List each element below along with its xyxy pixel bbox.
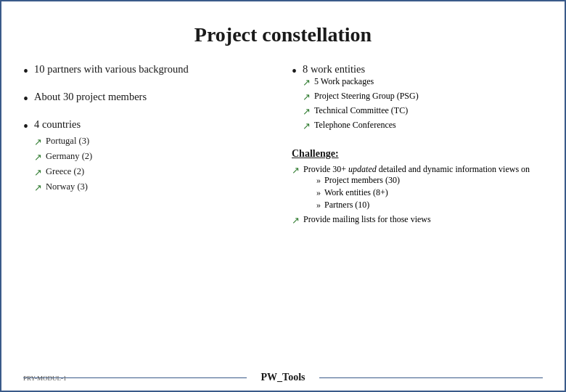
challenge-item-2-text: Provide mailing lists for those views: [303, 214, 431, 225]
arrow-icon: ↗: [34, 136, 42, 149]
footer-line-right: [319, 377, 543, 378]
content-area: • 10 partners with various background • …: [23, 62, 543, 229]
challenge-sub-text: Work entities (8+): [324, 187, 388, 198]
challenge-sub-list: » Project members (30) » Work entities (…: [316, 175, 530, 211]
list-item: ↗ Greece (2): [34, 166, 92, 179]
work-entity-item: Technical Committee (TC): [314, 105, 408, 116]
work-entity-item: Telephone Conferences: [314, 120, 396, 131]
right-bullet-1: • 8 work entities ↗ 5 Work packages ↗ Pr…: [292, 62, 543, 139]
list-item: ↗ Germany (2): [34, 151, 92, 164]
footer-text: PW_Tools: [261, 372, 305, 383]
arrow-icon: ↗: [34, 181, 42, 195]
challenge-item-1: ↗ Provide 30+ updated detailed and dynam…: [292, 164, 543, 212]
list-item: ↗ Portugal (3): [34, 136, 92, 149]
footer: PW_Tools: [1, 372, 565, 383]
work-entity-item: 5 Work packages: [314, 76, 374, 87]
right-bullet-1-content: 8 work entities ↗ 5 Work packages ↗ Proj…: [303, 62, 419, 139]
bullet-dot-1: •: [23, 62, 28, 80]
slide-title: Project constellation: [23, 23, 543, 46]
country-item: Norway (3): [46, 181, 88, 192]
challenge-sub-text: Partners (10): [324, 200, 369, 211]
country-item: Greece (2): [46, 166, 84, 177]
right-column: • 8 work entities ↗ 5 Work packages ↗ Pr…: [292, 62, 543, 229]
work-entities-list: ↗ 5 Work packages ↗ Project Steering Gro…: [303, 76, 419, 134]
left-bullet-2: • About 30 project members: [23, 90, 270, 107]
left-bullet-1: • 10 partners with various background: [23, 62, 270, 80]
arrow-icon: ↗: [292, 164, 300, 177]
arrow-icon: ↗: [303, 120, 311, 133]
list-item: ↗ Technical Committee (TC): [303, 105, 419, 118]
chevron-icon: »: [316, 187, 321, 198]
challenge-text-suffix: detailed and dynamic information views o…: [377, 164, 530, 174]
left-bullet-2-text: About 30 project members: [34, 90, 147, 104]
list-item: » Project members (30): [316, 175, 530, 186]
bullet-dot-r1: •: [292, 62, 297, 80]
challenge-item-1-content: Provide 30+ updated detailed and dynamic…: [303, 164, 530, 212]
arrow-icon: ↗: [34, 151, 42, 164]
left-bullet-3-text: 4 countries: [34, 118, 81, 130]
footer-note: PRY-MODUL-1: [23, 375, 67, 382]
list-item: » Partners (10): [316, 200, 530, 211]
arrow-icon: ↗: [303, 91, 311, 104]
country-item: Germany (2): [46, 151, 92, 162]
challenge-sub-text: Project members (30): [324, 175, 400, 186]
challenge-text-italic: updated: [348, 164, 377, 174]
list-item: ↗ Norway (3): [34, 181, 92, 195]
challenge-text-prefix: Provide 30+: [303, 164, 348, 174]
arrow-icon: ↗: [303, 105, 311, 118]
list-item: ↗ Project Steering Group (PSG): [303, 91, 419, 104]
country-item: Portugal (3): [46, 136, 89, 147]
slide: Project constellation • 10 partners with…: [0, 0, 566, 392]
arrow-icon: ↗: [303, 76, 311, 89]
challenge-item-2: ↗ Provide mailing lists for those views: [292, 214, 543, 227]
list-item: » Work entities (8+): [316, 187, 530, 198]
arrow-icon: ↗: [292, 214, 300, 227]
chevron-icon: »: [316, 175, 321, 186]
challenge-section: Challenge: ↗ Provide 30+ updated detaile…: [292, 148, 543, 227]
left-column: • 10 partners with various background • …: [23, 62, 270, 229]
countries-list: ↗ Portugal (3) ↗ Germany (2) ↗ Greece (2…: [34, 136, 92, 195]
challenge-label: Challenge:: [292, 148, 543, 160]
list-item: ↗ Telephone Conferences: [303, 120, 419, 133]
chevron-icon: »: [316, 200, 321, 211]
left-bullet-3-content: 4 countries ↗ Portugal (3) ↗ Germany (2)…: [34, 118, 92, 197]
bullet-dot-3: •: [23, 118, 28, 135]
right-bullet-1-text: 8 work entities: [303, 63, 365, 75]
arrow-icon: ↗: [34, 166, 42, 179]
bullet-dot-2: •: [23, 90, 28, 107]
left-bullet-3: • 4 countries ↗ Portugal (3) ↗ Germany (…: [23, 118, 270, 197]
left-bullet-1-text: 10 partners with various background: [34, 62, 189, 76]
list-item: ↗ 5 Work packages: [303, 76, 419, 89]
work-entity-item: Project Steering Group (PSG): [314, 91, 419, 102]
